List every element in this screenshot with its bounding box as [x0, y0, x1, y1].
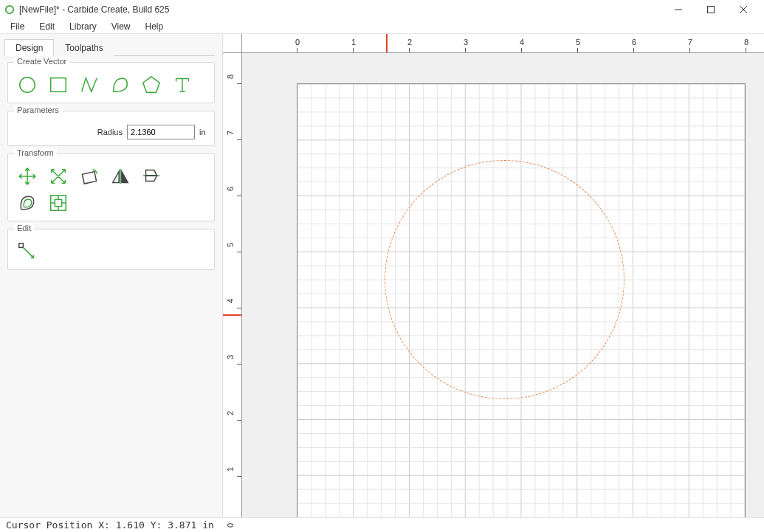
polyline-tool-icon[interactable]	[76, 73, 103, 97]
svg-point-5	[20, 77, 35, 93]
menu-help[interactable]: Help	[140, 20, 170, 33]
status-bar: Cursor Position X: 1.610 Y: 3.871 in	[0, 517, 764, 532]
left-panel: Design Toolpaths Create Vector Parameter…	[0, 34, 223, 517]
group-label-parameters: Parameters	[14, 106, 62, 114]
ruler-corner	[223, 34, 242, 53]
svg-marker-7	[143, 77, 159, 92]
svg-rect-17	[19, 243, 24, 248]
radius-label: Radius	[97, 128, 123, 137]
text-tool-icon[interactable]	[169, 73, 196, 97]
cursor-x-value: 1.610	[116, 519, 145, 531]
align-tool-icon[interactable]	[138, 165, 165, 188]
selected-circle[interactable]	[385, 160, 624, 400]
menu-edit[interactable]: Edit	[33, 20, 61, 33]
scale-tool-icon[interactable]	[45, 165, 72, 188]
svg-rect-2	[708, 7, 715, 13]
offset-tool-icon[interactable]	[14, 191, 41, 215]
radius-unit: in	[199, 128, 208, 137]
app-icon	[4, 4, 15, 15]
menu-file[interactable]: File	[4, 20, 30, 33]
mirror-tool-icon[interactable]	[107, 165, 134, 188]
panel-tabs: Design Toolpaths	[4, 38, 215, 56]
group-edit: Edit	[7, 229, 215, 270]
ruler-vertical: 012345678	[223, 53, 242, 517]
group-parameters: Parameters Radius in	[7, 111, 215, 146]
menu-library[interactable]: Library	[63, 20, 103, 33]
cursor-y-value: 3.871	[168, 519, 196, 531]
curve-tool-icon[interactable]	[107, 73, 134, 97]
node-edit-tool-icon[interactable]	[14, 240, 41, 263]
cursor-y-label: Y:	[151, 519, 162, 531]
svg-line-18	[23, 247, 33, 258]
group-label-edit: Edit	[14, 224, 34, 232]
rotate-tool-icon[interactable]	[76, 165, 103, 188]
title-bar: [NewFile]* - Carbide Create, Build 625	[0, 0, 764, 19]
svg-point-0	[6, 6, 14, 14]
svg-rect-12	[55, 199, 61, 206]
group-label-transform: Transform	[14, 148, 57, 157]
array-tool-icon[interactable]	[45, 191, 72, 215]
svg-rect-8	[82, 172, 96, 184]
ruler-v-marker	[223, 314, 241, 316]
polygon-tool-icon[interactable]	[138, 73, 165, 97]
window-title: [NewFile]* - Carbide Create, Build 625	[19, 4, 662, 15]
cursor-unit: in	[202, 519, 214, 531]
group-create-vector: Create Vector	[7, 62, 215, 103]
ruler-horizontal: 012345678	[242, 34, 764, 53]
close-button[interactable]	[727, 0, 760, 19]
svg-rect-6	[51, 78, 66, 92]
tab-design[interactable]: Design	[4, 39, 54, 56]
group-transform: Transform	[7, 153, 215, 221]
circle-tool-icon[interactable]	[14, 73, 41, 97]
cursor-label: Cursor Position X:	[6, 519, 110, 531]
ruler-h-marker	[386, 34, 388, 52]
canvas-area[interactable]: 012345678 012345678	[223, 34, 764, 517]
menu-view[interactable]: View	[106, 20, 137, 33]
minimize-button[interactable]	[662, 0, 695, 19]
canvas-viewport[interactable]	[242, 53, 764, 517]
group-label-create-vector: Create Vector	[14, 57, 69, 66]
rectangle-tool-icon[interactable]	[45, 73, 72, 97]
maximize-button[interactable]	[695, 0, 727, 19]
radius-input[interactable]	[127, 125, 195, 139]
menu-bar: File Edit Library View Help	[0, 19, 764, 34]
tab-toolpaths[interactable]: Toolpaths	[54, 39, 114, 56]
move-tool-icon[interactable]	[14, 165, 41, 188]
